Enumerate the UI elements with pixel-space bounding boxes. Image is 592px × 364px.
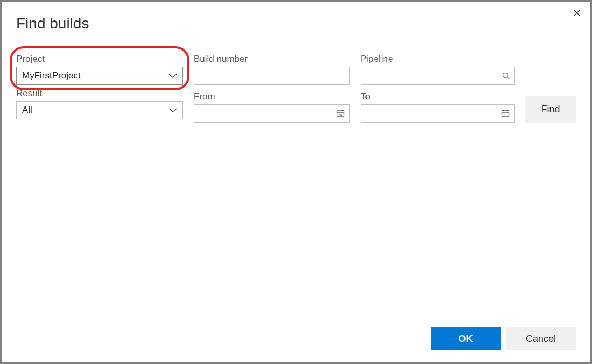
result-value: All	[17, 105, 163, 116]
dialog-title: Find builds	[2, 2, 590, 32]
result-select[interactable]: All	[16, 101, 183, 119]
from-input[interactable]	[194, 108, 332, 119]
close-icon	[573, 9, 581, 17]
pipeline-input[interactable]	[361, 70, 498, 81]
build-number-input-wrap	[194, 67, 350, 85]
build-number-field: Build number	[194, 54, 350, 85]
build-number-label: Build number	[194, 54, 350, 65]
cancel-button[interactable]: Cancel	[506, 327, 576, 350]
find-button[interactable]: Find	[525, 96, 576, 123]
project-label: Project	[16, 54, 183, 65]
svg-line-3	[508, 77, 510, 80]
find-builds-dialog: Find builds Project MyFirstProject Build…	[2, 2, 590, 362]
svg-text:31: 31	[504, 113, 507, 117]
close-button[interactable]	[570, 6, 583, 19]
find-button-cell: Find	[525, 91, 576, 123]
form-area: Project MyFirstProject Build number Pipe…	[2, 32, 590, 123]
svg-point-2	[503, 73, 508, 78]
project-value: MyFirstProject	[17, 70, 163, 81]
svg-text:31: 31	[339, 113, 342, 117]
ok-button[interactable]: OK	[431, 327, 501, 350]
from-field: From 31	[194, 91, 350, 123]
to-input-wrap: 31	[361, 104, 515, 123]
result-field: Result All	[16, 91, 183, 123]
to-input[interactable]	[361, 108, 497, 119]
calendar-icon[interactable]: 31	[497, 109, 514, 118]
pipeline-input-wrap	[361, 67, 515, 85]
from-input-wrap: 31	[194, 104, 350, 123]
to-field: To 31	[361, 91, 515, 123]
chevron-down-icon	[163, 73, 182, 78]
project-select[interactable]: MyFirstProject	[16, 67, 183, 85]
dialog-footer: OK Cancel	[2, 327, 590, 362]
calendar-icon[interactable]: 31	[332, 109, 349, 118]
from-label: From	[194, 91, 350, 102]
chevron-down-icon	[163, 108, 182, 113]
search-icon[interactable]	[498, 72, 514, 80]
pipeline-field: Pipeline	[361, 54, 515, 85]
project-field: Project MyFirstProject	[16, 54, 183, 85]
build-number-input[interactable]	[194, 70, 349, 81]
pipeline-label: Pipeline	[361, 54, 515, 65]
result-label: Result	[16, 88, 183, 99]
to-label: To	[361, 91, 515, 102]
